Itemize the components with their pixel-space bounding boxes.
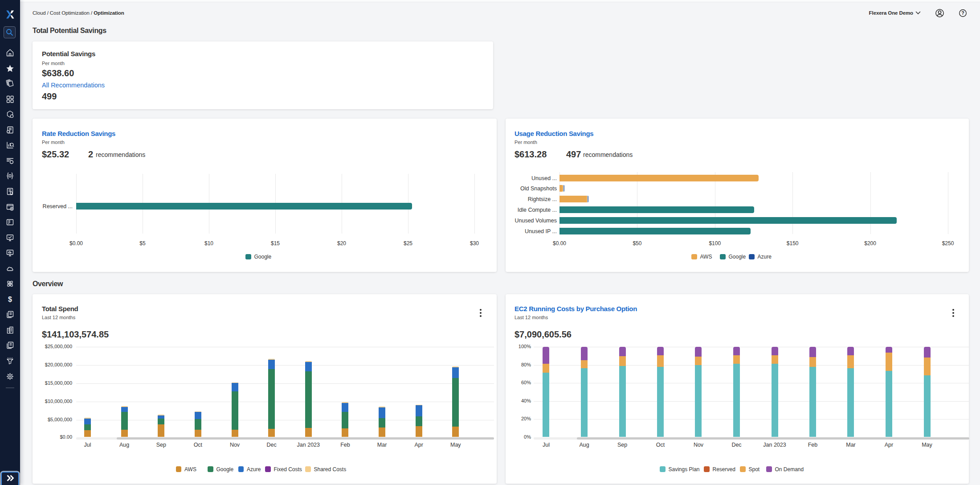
svg-text:$: $ [8, 296, 12, 303]
svg-text:?: ? [961, 10, 964, 16]
